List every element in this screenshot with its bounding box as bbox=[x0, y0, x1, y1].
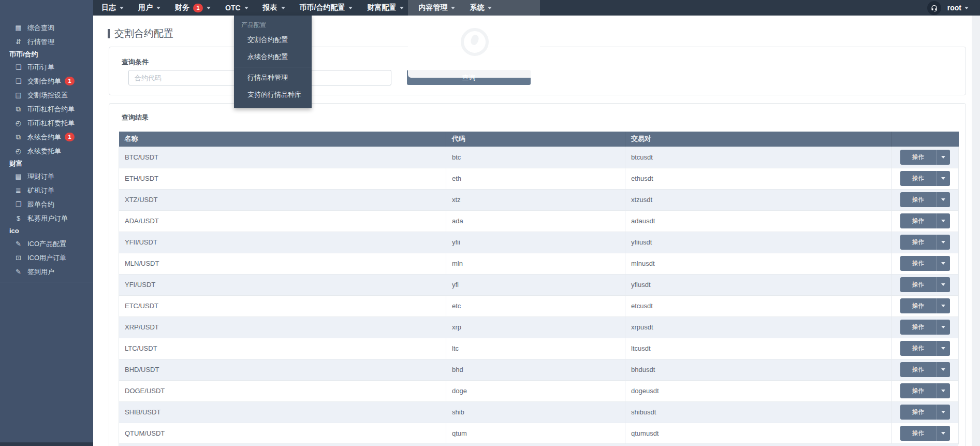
row-action-caret-button[interactable] bbox=[937, 235, 950, 250]
action-cell: 操作 bbox=[892, 168, 959, 189]
dollar-icon: $ bbox=[14, 214, 23, 222]
notification-badge: 1 bbox=[193, 4, 203, 12]
action-cell: 操作 bbox=[892, 401, 959, 423]
product-config-dropdown: 产品配置 交割合约配置永续合约配置行情品种管理支持的行情品种库 bbox=[234, 16, 312, 108]
sidebar-item[interactable]: ✎签到用户 bbox=[0, 265, 93, 279]
row-action-caret-button[interactable] bbox=[937, 405, 950, 420]
row-action-caret-button[interactable] bbox=[937, 150, 950, 165]
dropdown-item[interactable]: 永续合约配置 bbox=[234, 48, 312, 65]
row-action-button[interactable]: 操作 bbox=[900, 383, 937, 398]
row-action-button[interactable]: 操作 bbox=[900, 277, 937, 292]
sidebar-item[interactable]: ⇵行情管理 bbox=[0, 35, 93, 49]
chevron-down-icon bbox=[348, 7, 353, 9]
row-action-button[interactable]: 操作 bbox=[900, 426, 937, 441]
nav-item[interactable]: 日志 bbox=[94, 0, 131, 16]
table-row: ETH/USDTethethusdt操作 bbox=[119, 168, 959, 189]
dropdown-item[interactable]: 支持的行情品种库 bbox=[234, 86, 312, 103]
nav-item[interactable]: 财富配置 bbox=[360, 0, 411, 16]
pair-cell: adausdt bbox=[625, 210, 892, 232]
row-action-button[interactable]: 操作 bbox=[900, 213, 937, 228]
nav-item[interactable]: 财务1 bbox=[168, 0, 218, 16]
row-action-caret-button[interactable] bbox=[937, 171, 950, 186]
action-cell: 操作 bbox=[892, 189, 959, 210]
chevron-down-icon bbox=[941, 368, 945, 371]
bookmark-icon: ❏ bbox=[14, 63, 23, 71]
notification-badge: 1 bbox=[65, 77, 75, 85]
document-clock-icon: ◴ bbox=[14, 147, 23, 155]
action-split-button: 操作 bbox=[900, 277, 950, 292]
sidebar-item[interactable]: ❏交割合约单1 bbox=[0, 74, 93, 88]
sidebar-item[interactable]: ✎ICO产品配置 bbox=[0, 237, 93, 251]
row-action-button[interactable]: 操作 bbox=[900, 171, 937, 186]
code-cell: eth bbox=[446, 168, 625, 189]
dropdown-item[interactable]: 行情品种管理 bbox=[234, 69, 312, 86]
nav-item[interactable]: OTC bbox=[218, 0, 256, 16]
row-action-caret-button[interactable] bbox=[937, 298, 950, 313]
action-split-button: 操作 bbox=[900, 192, 950, 207]
code-cell: xtz bbox=[446, 189, 625, 210]
name-cell: XRP/USDT bbox=[119, 316, 446, 338]
bookmark-icon: ❏ bbox=[14, 77, 23, 85]
sidebar-item[interactable]: ❏币币订单 bbox=[0, 60, 93, 74]
sidebar-item[interactable]: ❐跟单合约 bbox=[0, 197, 93, 211]
table-row: BTC/USDTbtcbtcusdt操作 bbox=[119, 147, 959, 168]
sidebar-item-label: 签到用户 bbox=[27, 267, 54, 277]
sidebar-item[interactable]: ▦综合查询 bbox=[0, 21, 93, 35]
row-action-caret-button[interactable] bbox=[937, 213, 950, 228]
nav-item-label: 财富配置 bbox=[367, 3, 396, 12]
sidebar-item-label: ICO产品配置 bbox=[27, 239, 66, 249]
sidebar-item[interactable]: ▤交割场控设置 bbox=[0, 88, 93, 102]
row-action-caret-button[interactable] bbox=[937, 320, 950, 335]
row-action-caret-button[interactable] bbox=[937, 256, 950, 271]
name-cell: ADA/USDT bbox=[119, 210, 446, 232]
sidebar-item-label: 跟单合约 bbox=[27, 200, 54, 209]
row-action-button[interactable]: 操作 bbox=[900, 320, 937, 335]
sidebar-item[interactable]: $私募用户订单 bbox=[0, 211, 93, 225]
table-row: QTUM/USDTqtumqtumusdt操作 bbox=[119, 423, 959, 444]
nav-item[interactable]: 报表 bbox=[256, 0, 292, 16]
code-cell: shib bbox=[446, 401, 625, 423]
nav-item-label: 报表 bbox=[263, 3, 277, 12]
row-action-caret-button[interactable] bbox=[937, 383, 950, 398]
row-action-caret-button[interactable] bbox=[937, 277, 950, 292]
row-action-button[interactable]: 操作 bbox=[900, 235, 937, 250]
row-action-button[interactable]: 操作 bbox=[900, 192, 937, 207]
user-menu[interactable]: root bbox=[947, 4, 969, 12]
sidebar-item[interactable]: ◴币币杠杆委托单 bbox=[0, 116, 93, 130]
row-action-button[interactable]: 操作 bbox=[900, 150, 937, 165]
sidebar-item[interactable]: ▤理财订单 bbox=[0, 169, 93, 183]
column-header: 名称 bbox=[119, 132, 446, 147]
sidebar-section-header: ico bbox=[0, 225, 93, 237]
dropdown-item[interactable]: 交割合约配置 bbox=[234, 31, 312, 48]
sidebar-item-label: 综合查询 bbox=[27, 23, 54, 33]
action-cell: 操作 bbox=[892, 295, 959, 316]
sidebar: ▦综合查询⇵行情管理币币/合约❏币币订单❏交割合约单1▤交割场控设置⧉币币杠杆合… bbox=[0, 0, 93, 446]
loading-overlay bbox=[408, 16, 540, 78]
sidebar-item[interactable]: ◴永续委托单 bbox=[0, 144, 93, 158]
row-action-button[interactable]: 操作 bbox=[900, 362, 937, 377]
support-button[interactable] bbox=[927, 1, 941, 15]
sidebar-item-label: 永续合约单 bbox=[27, 133, 61, 142]
username: root bbox=[947, 4, 961, 12]
row-action-caret-button[interactable] bbox=[937, 362, 950, 377]
pair-cell: etcusdt bbox=[625, 295, 892, 316]
row-action-button[interactable]: 操作 bbox=[900, 341, 937, 356]
sidebar-item[interactable]: ⊡ICO用户订单 bbox=[0, 251, 93, 265]
sidebar-item[interactable]: ⧉币币杠杆合约单 bbox=[0, 102, 93, 116]
nav-item[interactable]: 币币/合约配置 bbox=[292, 0, 360, 16]
name-cell: DOGE/USDT bbox=[119, 380, 446, 401]
chevron-down-icon bbox=[400, 7, 404, 9]
row-action-button[interactable]: 操作 bbox=[900, 298, 937, 313]
row-action-button[interactable]: 操作 bbox=[900, 256, 937, 271]
nav-item[interactable]: 用户 bbox=[131, 0, 168, 16]
action-split-button: 操作 bbox=[900, 171, 950, 186]
chevron-down-icon bbox=[941, 241, 945, 243]
table-row: SHIB/USDTshibshibusdt操作 bbox=[119, 401, 959, 423]
sidebar-item[interactable]: ⧉永续合约单1 bbox=[0, 130, 93, 144]
file-export-icon: ❐ bbox=[14, 200, 23, 208]
row-action-caret-button[interactable] bbox=[937, 192, 950, 207]
sidebar-item[interactable]: ≣矿机订单 bbox=[0, 183, 93, 197]
row-action-button[interactable]: 操作 bbox=[900, 405, 937, 420]
row-action-caret-button[interactable] bbox=[937, 341, 950, 356]
row-action-caret-button[interactable] bbox=[937, 426, 950, 441]
